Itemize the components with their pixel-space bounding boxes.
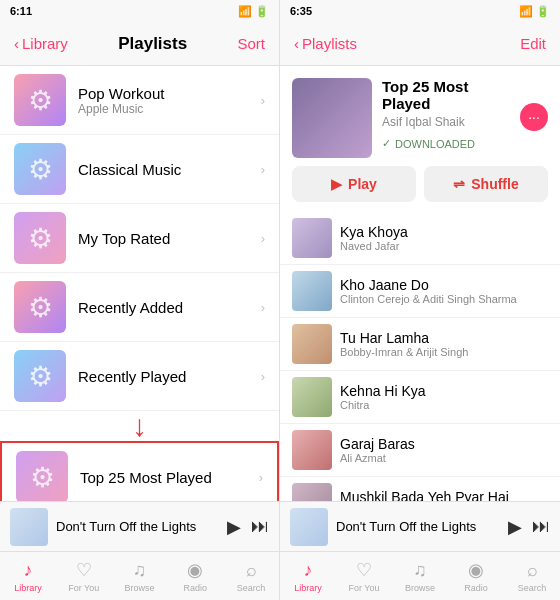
play-button[interactable]: ▶ Play xyxy=(292,166,416,202)
playlist-thumb-top25: ⚙ xyxy=(16,451,68,501)
library-icon: ♪ xyxy=(23,560,32,581)
right-tab-browse-label: Browse xyxy=(405,583,435,593)
right-back-button[interactable]: ‹ Playlists xyxy=(294,35,357,52)
left-tab-browse[interactable]: ♫ Browse xyxy=(112,560,168,593)
left-back-label: Library xyxy=(22,35,68,52)
playlist-thumb-recently-added: ⚙ xyxy=(14,281,66,333)
right-back-label: Playlists xyxy=(302,35,357,52)
playlist-name: Recently Played xyxy=(78,368,249,385)
song-title: Mushkil Bada Yeh Pyar Hai xyxy=(340,489,548,501)
playlist-item-my-top-rated[interactable]: ⚙ My Top Rated › xyxy=(0,204,279,273)
right-tab-library[interactable]: ♪ Library xyxy=(280,560,336,593)
song-thumb-1 xyxy=(292,218,332,258)
radio-icon: ◉ xyxy=(468,559,484,581)
gear-icon: ⚙ xyxy=(28,291,53,324)
next-track-icon[interactable]: ⏭ xyxy=(251,516,269,537)
playlist-name: Recently Added xyxy=(78,299,249,316)
song-item-3[interactable]: Tu Har Lamha Bobby-Imran & Arijit Singh xyxy=(280,318,560,371)
left-tab-for-you[interactable]: ♡ For You xyxy=(56,559,112,593)
browse-icon: ♫ xyxy=(413,560,427,581)
song-thumb-5 xyxy=(292,430,332,470)
song-thumb-6 xyxy=(292,483,332,501)
more-options-button[interactable]: ··· xyxy=(520,103,548,131)
song-artist: Bobby-Imran & Arijit Singh xyxy=(340,346,548,358)
left-tab-bar: ♪ Library ♡ For You ♫ Browse ◉ Radio ⌕ S… xyxy=(0,551,279,600)
left-tab-library[interactable]: ♪ Library xyxy=(0,560,56,593)
song-thumb-3 xyxy=(292,324,332,364)
right-status-bar: 6:35 📶 🔋 xyxy=(280,0,560,22)
song-artist: Clinton Cerejo & Aditi Singh Sharma xyxy=(340,293,548,305)
left-tab-search[interactable]: ⌕ Search xyxy=(223,560,279,593)
mini-player-info: Don't Turn Off the Lights xyxy=(56,519,219,534)
playlist-item-recently-added[interactable]: ⚙ Recently Added › xyxy=(0,273,279,342)
left-time: 6:11 xyxy=(10,5,32,17)
left-status-bar: 6:11 📶 🔋 xyxy=(0,0,279,22)
playlist-name: Pop Workout xyxy=(78,85,249,102)
right-play-pause-icon[interactable]: ▶ xyxy=(508,516,522,538)
right-tab-for-you-label: For You xyxy=(348,583,379,593)
left-nav: ‹ Library Playlists Sort xyxy=(0,22,279,66)
playlist-thumb-classical: ⚙ xyxy=(14,143,66,195)
playlist-name: Classical Music xyxy=(78,161,249,178)
right-next-track-icon[interactable]: ⏭ xyxy=(532,516,550,537)
playlist-sub: Apple Music xyxy=(78,102,249,116)
left-tab-for-you-label: For You xyxy=(68,583,99,593)
right-panel: 6:35 📶 🔋 ‹ Playlists Edit Top 25 Most Pl… xyxy=(280,0,560,600)
song-item-1[interactable]: Kya Khoya Naved Jafar xyxy=(280,212,560,265)
song-info-6: Mushkil Bada Yeh Pyar Hai Udit Narayan, … xyxy=(340,489,548,501)
playlist-item-top-25-most-played[interactable]: ⚙ Top 25 Most Played › xyxy=(0,441,279,501)
right-tab-for-you[interactable]: ♡ For You xyxy=(336,559,392,593)
chevron-right-icon: › xyxy=(259,470,263,485)
playlist-info-top25: Top 25 Most Played xyxy=(80,469,247,486)
left-mini-player[interactable]: Don't Turn Off the Lights ▶ ⏭ xyxy=(0,501,279,551)
playlist-info-classical: Classical Music xyxy=(78,161,249,178)
left-tab-radio[interactable]: ◉ Radio xyxy=(167,559,223,593)
left-tab-search-label: Search xyxy=(237,583,266,593)
right-tab-radio[interactable]: ◉ Radio xyxy=(448,559,504,593)
right-mini-player-info: Don't Turn Off the Lights xyxy=(336,519,500,534)
playlist-name: My Top Rated xyxy=(78,230,249,247)
chevron-right-icon: › xyxy=(261,93,265,108)
song-item-5[interactable]: Garaj Baras Ali Azmat xyxy=(280,424,560,477)
shuffle-button[interactable]: ⇌ Shuffle xyxy=(424,166,548,202)
downloaded-badge: ✓ DOWNLOADED xyxy=(382,137,510,150)
search-icon: ⌕ xyxy=(246,560,257,581)
left-back-button[interactable]: ‹ Library xyxy=(14,35,68,52)
song-title: Kho Jaane Do xyxy=(340,277,548,293)
left-sort-button[interactable]: Sort xyxy=(237,35,265,52)
song-title: Kya Khoya xyxy=(340,224,548,240)
chevron-right-icon: › xyxy=(261,300,265,315)
song-thumb-4 xyxy=(292,377,332,417)
left-tab-browse-label: Browse xyxy=(124,583,154,593)
right-nav: ‹ Playlists Edit xyxy=(280,22,560,66)
song-title: Kehna Hi Kya xyxy=(340,383,548,399)
left-nav-title: Playlists xyxy=(118,34,187,54)
left-back-chevron: ‹ xyxy=(14,35,19,52)
chevron-right-icon: › xyxy=(261,162,265,177)
left-tab-library-label: Library xyxy=(14,583,42,593)
action-buttons: ▶ Play ⇌ Shuffle xyxy=(280,166,560,212)
gear-icon: ⚙ xyxy=(28,222,53,255)
playlist-item-pop-workout[interactable]: ⚙ Pop Workout Apple Music › xyxy=(0,66,279,135)
song-item-6[interactable]: Mushkil Bada Yeh Pyar Hai Udit Narayan, … xyxy=(280,477,560,501)
song-item-4[interactable]: Kehna Hi Kya Chitra xyxy=(280,371,560,424)
right-tab-search[interactable]: ⌕ Search xyxy=(504,560,560,593)
mini-player-title: Don't Turn Off the Lights xyxy=(56,519,219,534)
song-info-3: Tu Har Lamha Bobby-Imran & Arijit Singh xyxy=(340,330,548,358)
song-info-5: Garaj Baras Ali Azmat xyxy=(340,436,548,464)
browse-icon: ♫ xyxy=(133,560,147,581)
right-edit-button[interactable]: Edit xyxy=(520,35,546,52)
playlist-item-classical-music[interactable]: ⚙ Classical Music › xyxy=(0,135,279,204)
song-info-1: Kya Khoya Naved Jafar xyxy=(340,224,548,252)
right-tab-browse[interactable]: ♫ Browse xyxy=(392,560,448,593)
playlist-info-top-rated: My Top Rated xyxy=(78,230,249,247)
playlist-header-info: Top 25 Most Played Asif Iqbal Shaik ✓ DO… xyxy=(382,78,510,150)
song-item-2[interactable]: Kho Jaane Do Clinton Cerejo & Aditi Sing… xyxy=(280,265,560,318)
right-mini-player[interactable]: Don't Turn Off the Lights ▶ ⏭ xyxy=(280,501,560,551)
play-pause-icon[interactable]: ▶ xyxy=(227,516,241,538)
right-mini-player-thumb xyxy=(290,508,328,546)
right-tab-search-label: Search xyxy=(518,583,547,593)
song-list: Kya Khoya Naved Jafar Kho Jaane Do Clint… xyxy=(280,212,560,501)
playlist-item-recently-played[interactable]: ⚙ Recently Played › xyxy=(0,342,279,411)
library-icon: ♪ xyxy=(304,560,313,581)
